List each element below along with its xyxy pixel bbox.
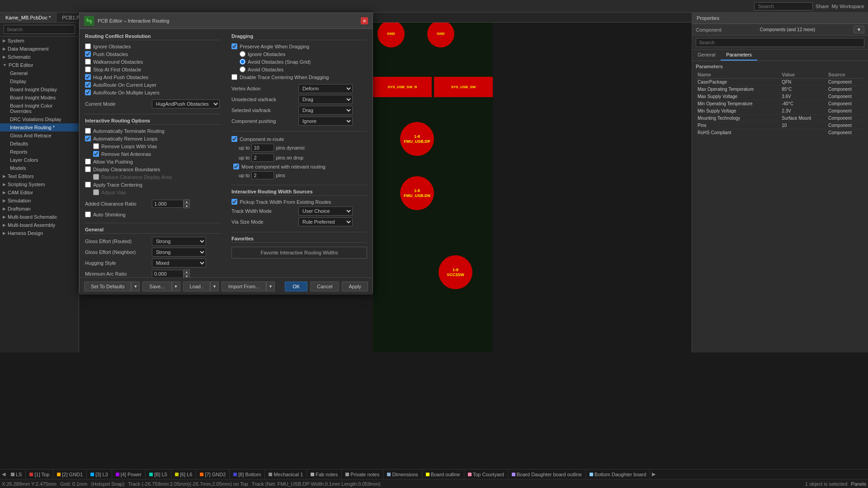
radio-drag-avoid[interactable] (240, 66, 245, 72)
checkbox-auto-remove-loops[interactable] (85, 136, 91, 141)
layer-tab-[6]-l6[interactable]: [6] L6 (171, 469, 197, 479)
component-pushing-select[interactable]: Ignore (298, 117, 353, 126)
layer-tab-dimensions[interactable]: Dimensions (383, 469, 422, 479)
sidebar-item-display[interactable]: Display (0, 77, 79, 85)
layer-tab-board-outline[interactable]: Board outline (422, 469, 464, 479)
sidebar-item-general[interactable]: General (0, 69, 79, 77)
sidebar-item-reports[interactable]: Reports (0, 148, 79, 156)
tab-general[interactable]: General (692, 50, 721, 61)
checkbox-display-clearance[interactable] (85, 166, 91, 172)
layer-tab-bottom-daughter-board[interactable]: Bottom Daughter board (586, 469, 650, 479)
import-button[interactable]: Import From... (222, 282, 266, 291)
save-dropdown[interactable]: ▼ (172, 282, 180, 291)
sidebar-item-cam-editor[interactable]: ▶ CAM Editor (0, 188, 79, 197)
current-mode-select[interactable]: HugAndPush Obstacles (152, 99, 220, 108)
checkbox-autoroute-multiple[interactable] (85, 89, 91, 95)
checkbox-pickup-track[interactable] (231, 199, 237, 205)
min-arc-input[interactable]: 0.000 (152, 270, 184, 277)
added-clearance-input[interactable]: 1.000 (152, 200, 184, 208)
gloss-neighbor-select[interactable]: Strong (152, 248, 206, 257)
sidebar-item-board-insight-modes[interactable]: Board Insight Modes (0, 94, 79, 102)
import-dropdown[interactable]: ▼ (266, 282, 275, 291)
checkbox-hug-push[interactable] (85, 74, 91, 80)
checkbox-component-reroute[interactable] (231, 136, 237, 142)
layer-tab-board-daughter-board-outline[interactable]: Board Daughter board outline (508, 469, 586, 479)
layer-tab-mechanical-1[interactable]: Mechanical 1 (265, 469, 307, 479)
checkbox-preserve-angle[interactable] (231, 43, 237, 49)
checkbox-allow-via-pushing[interactable] (85, 159, 91, 164)
layer-tab-[7]-gnd2[interactable]: [7] GND2 (196, 469, 230, 479)
layer-tab-[3]-l3[interactable]: [3] L3 (87, 469, 112, 479)
tab-kame[interactable]: Kame_MB.PcbDoc * (0, 13, 57, 22)
dialog-close-button[interactable]: ✕ (361, 17, 368, 24)
selected-via-select[interactable]: Drag (298, 106, 353, 115)
sidebar-item-interactive-routing[interactable]: Interactive Routing * (0, 123, 79, 131)
layer-tab-[8]-bottom[interactable]: [8] Bottom (230, 469, 265, 479)
apply-button[interactable]: Apply (342, 282, 368, 291)
sidebar-search-input[interactable] (4, 25, 75, 34)
sidebar-item-scripting[interactable]: ▶ Scripting System (0, 180, 79, 188)
checkbox-remove-loops-vias[interactable] (93, 143, 99, 149)
via-size-mode-select[interactable]: Rule Preferred (298, 217, 353, 226)
checkbox-auto-terminate[interactable] (85, 128, 91, 134)
tab-parameters[interactable]: Parameters (721, 50, 757, 61)
checkbox-push-obstacles[interactable] (85, 51, 91, 57)
properties-filter-button[interactable]: ▼ (854, 26, 864, 33)
checkbox-auto-shrinking[interactable] (85, 211, 91, 217)
set-defaults-button[interactable]: Set To Defaults (84, 282, 131, 291)
sidebar-item-board-insight-color[interactable]: Board Insight Color Overrides (0, 102, 79, 115)
sidebar-item-multiboard-asm[interactable]: ▶ Multi-board Assembly (0, 221, 79, 229)
sidebar-item-text-editors[interactable]: ▶ Text Editors (0, 172, 79, 180)
gloss-routed-select[interactable]: Strong (152, 237, 206, 246)
favorites-button[interactable]: Favorite Interactive Routing Widths (231, 247, 367, 258)
sidebar-item-drc-violations[interactable]: DRC Violations Display (0, 115, 79, 123)
sidebar-item-gloss-retrace[interactable]: Gloss And Retrace (0, 131, 79, 140)
layer-scroll-right[interactable]: ▶ (650, 471, 657, 477)
sidebar-item-draftsman[interactable]: ▶ Draftsman (0, 205, 79, 213)
set-defaults-dropdown[interactable]: ▼ (131, 282, 140, 291)
checkbox-stop-first[interactable] (85, 66, 91, 72)
checkbox-move-component[interactable] (233, 164, 239, 169)
sidebar-item-models[interactable]: Models (0, 164, 79, 172)
min-arc-down[interactable]: ▼ (184, 274, 190, 277)
layer-tab-fab-notes[interactable]: Fab notes (307, 469, 342, 479)
sidebar-item-multiboard-sch[interactable]: ▶ Multi-board Schematic (0, 213, 79, 221)
checkbox-walkaround[interactable] (85, 59, 91, 65)
checkbox-autoroute-current[interactable] (85, 82, 91, 88)
top-search-input[interactable] (754, 2, 813, 10)
track-width-mode-select[interactable]: User Choice (298, 206, 353, 216)
checkbox-disable-trace-center[interactable] (231, 74, 237, 80)
added-clearance-up[interactable]: ▲ (184, 199, 190, 204)
vertex-action-select[interactable]: Deform (298, 84, 353, 93)
layer-tab-private-notes[interactable]: Private notes (342, 469, 383, 479)
sidebar-item-layer-colors[interactable]: Layer Colors (0, 156, 79, 164)
share-btn[interactable]: Share (816, 4, 829, 9)
radio-drag-avoid-snap[interactable] (240, 59, 245, 65)
cancel-button[interactable]: Cancel (310, 282, 339, 291)
unselected-via-select[interactable]: Drag (298, 95, 353, 104)
min-arc-up[interactable]: ▲ (184, 269, 190, 274)
load-button[interactable]: Load . (183, 282, 211, 291)
layer-scroll-left[interactable]: ◀ (0, 471, 7, 477)
checkbox-ignore-obstacles[interactable] (85, 43, 91, 49)
reroute-pins-2-input[interactable] (251, 154, 274, 162)
added-clearance-down[interactable]: ▼ (184, 204, 190, 208)
sidebar-item-harness[interactable]: ▶ Harness Design (0, 229, 79, 237)
checkbox-apply-trace[interactable] (85, 182, 91, 188)
layer-tab-[1]-top[interactable]: [1] Top (26, 469, 53, 479)
reroute-pins-3-input[interactable] (251, 171, 274, 179)
hugging-style-select[interactable]: Mixed (152, 258, 206, 267)
layer-tab-[4]-power[interactable]: [4] Power (112, 469, 146, 479)
ok-button[interactable]: OK (285, 282, 307, 291)
sidebar-item-data-mgmt[interactable]: ▶ Data Management (0, 45, 79, 53)
layer-tab-[2]-gnd1[interactable]: [2] GND1 (53, 469, 87, 479)
sidebar-item-system[interactable]: ▶ System (0, 37, 79, 45)
sidebar-item-board-insight-display[interactable]: Board Insight Display (0, 85, 79, 94)
radio-drag-ignore[interactable] (240, 51, 245, 57)
sidebar-item-pcb-editor[interactable]: ▼ PCB Editor (0, 61, 79, 69)
sidebar-item-schematic[interactable]: ▶ Schematic (0, 53, 79, 61)
properties-search-input[interactable] (696, 38, 864, 47)
reroute-pins-1-input[interactable] (251, 144, 274, 152)
checkbox-remove-net-antennas[interactable] (93, 151, 99, 157)
layer-tab-ls[interactable]: LS (7, 469, 26, 479)
